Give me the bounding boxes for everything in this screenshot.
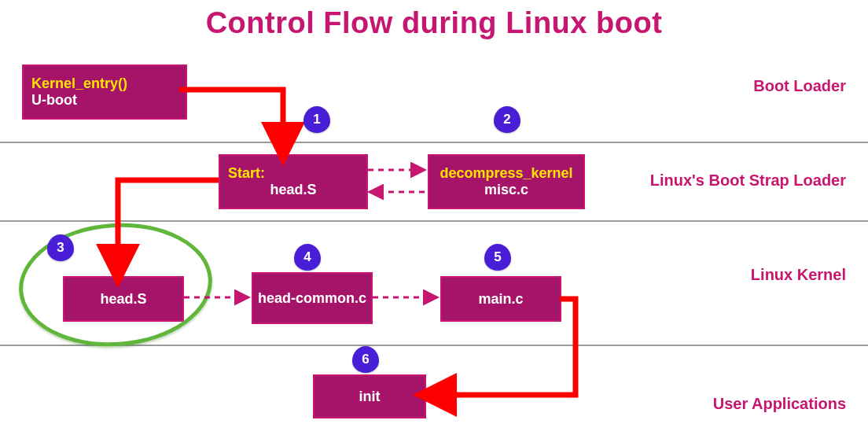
node-misc: decompress_kernel misc.c: [428, 154, 585, 209]
node-headS1: Start: head.S: [219, 154, 368, 209]
badge-6: 6: [352, 346, 379, 373]
node-label: U-boot: [31, 92, 77, 109]
badge-5: 5: [484, 244, 511, 271]
lane-label-bootstrap: Linux's Boot Strap Loader: [650, 171, 846, 190]
page-title: Control Flow during Linux boot: [0, 6, 868, 40]
lane-label-kernel: Linux Kernel: [751, 266, 846, 284]
node-mainc: main.c: [440, 276, 561, 322]
node-label: init: [314, 389, 425, 405]
node-headcommon: head-common.c: [252, 272, 373, 324]
node-accent: decompress_kernel: [429, 165, 583, 182]
badge-4: 4: [294, 244, 321, 271]
lane-divider: [0, 142, 868, 143]
node-accent: Kernel_entry(): [31, 76, 127, 92]
highlight-ellipse: [15, 217, 216, 353]
node-label: head-common.c: [253, 290, 371, 307]
arrow-1-icon: [179, 90, 283, 149]
diagram-stage: Control Flow during Linux boot Boot Load…: [0, 0, 868, 424]
badge-3: 3: [47, 234, 74, 261]
node-label: head.S: [220, 182, 366, 198]
badge-2: 2: [494, 106, 520, 133]
node-label: main.c: [442, 291, 560, 308]
node-label: misc.c: [429, 182, 583, 198]
node-uboot: Kernel_entry() U-boot: [22, 65, 187, 120]
arrows-layer: [0, 0, 868, 424]
badge-1: 1: [303, 106, 330, 133]
lane-divider: [0, 220, 868, 222]
lane-label-bootloader: Boot Loader: [753, 77, 846, 95]
node-init: init: [313, 374, 426, 418]
lane-label-user: User Applications: [713, 395, 846, 413]
node-accent: Start:: [220, 165, 265, 182]
